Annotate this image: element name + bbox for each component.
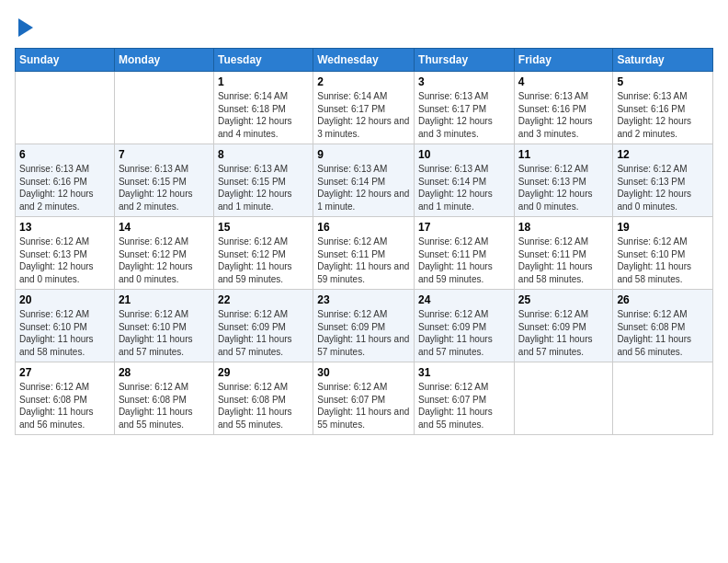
day-info: Sunrise: 6:13 AM Sunset: 6:16 PM Dayligh… <box>518 90 609 140</box>
day-number: 8 <box>218 148 309 161</box>
calendar-cell: 1Sunrise: 6:14 AM Sunset: 6:18 PM Daylig… <box>213 72 313 144</box>
day-number: 5 <box>617 75 709 88</box>
calendar-cell: 5Sunrise: 6:13 AM Sunset: 6:16 PM Daylig… <box>613 72 713 144</box>
calendar-cell: 4Sunrise: 6:13 AM Sunset: 6:16 PM Daylig… <box>514 72 613 144</box>
day-header-monday: Monday <box>114 49 213 72</box>
day-info: Sunrise: 6:12 AM Sunset: 6:13 PM Dayligh… <box>518 163 609 213</box>
calendar-cell: 13Sunrise: 6:12 AM Sunset: 6:13 PM Dayli… <box>16 217 115 290</box>
day-number: 1 <box>218 75 309 88</box>
day-number: 2 <box>317 75 410 88</box>
day-number: 14 <box>119 221 210 234</box>
calendar-cell: 29Sunrise: 6:12 AM Sunset: 6:08 PM Dayli… <box>213 362 313 435</box>
calendar-cell: 15Sunrise: 6:12 AM Sunset: 6:12 PM Dayli… <box>213 217 313 290</box>
day-number: 6 <box>19 148 110 161</box>
day-info: Sunrise: 6:13 AM Sunset: 6:15 PM Dayligh… <box>218 163 309 213</box>
day-number: 12 <box>617 148 709 161</box>
calendar-cell: 12Sunrise: 6:12 AM Sunset: 6:13 PM Dayli… <box>613 144 713 217</box>
day-info: Sunrise: 6:12 AM Sunset: 6:09 PM Dayligh… <box>418 308 510 358</box>
day-number: 24 <box>418 293 510 306</box>
calendar-cell <box>514 362 613 435</box>
day-number: 17 <box>418 221 510 234</box>
day-info: Sunrise: 6:12 AM Sunset: 6:08 PM Dayligh… <box>218 381 309 431</box>
day-info: Sunrise: 6:12 AM Sunset: 6:08 PM Dayligh… <box>617 308 709 358</box>
day-number: 20 <box>19 293 110 306</box>
calendar-cell: 7Sunrise: 6:13 AM Sunset: 6:15 PM Daylig… <box>114 144 213 217</box>
calendar-cell: 30Sunrise: 6:12 AM Sunset: 6:07 PM Dayli… <box>313 362 415 435</box>
day-info: Sunrise: 6:13 AM Sunset: 6:16 PM Dayligh… <box>617 90 709 140</box>
day-number: 3 <box>418 75 510 88</box>
calendar-cell: 22Sunrise: 6:12 AM Sunset: 6:09 PM Dayli… <box>213 290 313 362</box>
day-number: 15 <box>218 221 309 234</box>
day-info: Sunrise: 6:13 AM Sunset: 6:15 PM Dayligh… <box>119 163 210 213</box>
day-header-wednesday: Wednesday <box>313 49 415 72</box>
day-info: Sunrise: 6:12 AM Sunset: 6:11 PM Dayligh… <box>418 236 510 285</box>
day-number: 9 <box>317 148 410 161</box>
calendar-week-row: 1Sunrise: 6:14 AM Sunset: 6:18 PM Daylig… <box>16 72 713 144</box>
day-info: Sunrise: 6:12 AM Sunset: 6:13 PM Dayligh… <box>19 236 110 285</box>
day-number: 4 <box>518 75 609 88</box>
day-info: Sunrise: 6:13 AM Sunset: 6:14 PM Dayligh… <box>418 163 510 213</box>
calendar-cell: 8Sunrise: 6:13 AM Sunset: 6:15 PM Daylig… <box>213 144 313 217</box>
calendar-cell: 10Sunrise: 6:13 AM Sunset: 6:14 PM Dayli… <box>415 144 515 217</box>
calendar-cell: 11Sunrise: 6:12 AM Sunset: 6:13 PM Dayli… <box>514 144 613 217</box>
day-number: 27 <box>19 366 110 379</box>
day-info: Sunrise: 6:12 AM Sunset: 6:10 PM Dayligh… <box>119 308 210 358</box>
day-info: Sunrise: 6:12 AM Sunset: 6:09 PM Dayligh… <box>317 308 410 358</box>
calendar-cell: 31Sunrise: 6:12 AM Sunset: 6:07 PM Dayli… <box>415 362 515 435</box>
calendar-cell <box>613 362 713 435</box>
calendar-cell: 19Sunrise: 6:12 AM Sunset: 6:10 PM Dayli… <box>613 217 713 290</box>
calendar-cell: 21Sunrise: 6:12 AM Sunset: 6:10 PM Dayli… <box>114 290 213 362</box>
calendar-cell: 18Sunrise: 6:12 AM Sunset: 6:11 PM Dayli… <box>514 217 613 290</box>
day-info: Sunrise: 6:12 AM Sunset: 6:09 PM Dayligh… <box>518 308 609 358</box>
day-number: 10 <box>418 148 510 161</box>
day-info: Sunrise: 6:14 AM Sunset: 6:17 PM Dayligh… <box>317 90 410 140</box>
day-number: 26 <box>617 293 709 306</box>
day-number: 28 <box>119 366 210 379</box>
calendar-body: 1Sunrise: 6:14 AM Sunset: 6:18 PM Daylig… <box>16 72 713 435</box>
logo <box>15 15 33 37</box>
day-number: 21 <box>119 293 210 306</box>
day-info: Sunrise: 6:14 AM Sunset: 6:18 PM Dayligh… <box>218 90 309 140</box>
calendar-cell <box>16 72 115 144</box>
day-info: Sunrise: 6:12 AM Sunset: 6:12 PM Dayligh… <box>119 236 210 285</box>
day-number: 22 <box>218 293 309 306</box>
day-info: Sunrise: 6:13 AM Sunset: 6:14 PM Dayligh… <box>317 163 410 213</box>
calendar-table: SundayMondayTuesdayWednesdayThursdayFrid… <box>15 48 713 435</box>
calendar-week-row: 13Sunrise: 6:12 AM Sunset: 6:13 PM Dayli… <box>16 217 713 290</box>
day-number: 19 <box>617 221 709 234</box>
calendar-cell: 27Sunrise: 6:12 AM Sunset: 6:08 PM Dayli… <box>16 362 115 435</box>
day-header-saturday: Saturday <box>613 49 713 72</box>
day-header-friday: Friday <box>514 49 613 72</box>
day-info: Sunrise: 6:12 AM Sunset: 6:09 PM Dayligh… <box>218 308 309 358</box>
day-info: Sunrise: 6:12 AM Sunset: 6:10 PM Dayligh… <box>617 236 709 285</box>
day-number: 7 <box>119 148 210 161</box>
calendar-cell: 16Sunrise: 6:12 AM Sunset: 6:11 PM Dayli… <box>313 217 415 290</box>
day-info: Sunrise: 6:13 AM Sunset: 6:16 PM Dayligh… <box>19 163 110 213</box>
calendar-cell: 17Sunrise: 6:12 AM Sunset: 6:11 PM Dayli… <box>415 217 515 290</box>
calendar-cell: 6Sunrise: 6:13 AM Sunset: 6:16 PM Daylig… <box>16 144 115 217</box>
day-number: 16 <box>317 221 410 234</box>
day-number: 25 <box>518 293 609 306</box>
day-info: Sunrise: 6:12 AM Sunset: 6:08 PM Dayligh… <box>119 381 210 431</box>
calendar-cell: 26Sunrise: 6:12 AM Sunset: 6:08 PM Dayli… <box>613 290 713 362</box>
day-info: Sunrise: 6:12 AM Sunset: 6:11 PM Dayligh… <box>518 236 609 285</box>
day-number: 13 <box>19 221 110 234</box>
calendar-week-row: 20Sunrise: 6:12 AM Sunset: 6:10 PM Dayli… <box>16 290 713 362</box>
day-info: Sunrise: 6:13 AM Sunset: 6:17 PM Dayligh… <box>418 90 510 140</box>
day-info: Sunrise: 6:12 AM Sunset: 6:07 PM Dayligh… <box>317 381 410 431</box>
calendar-cell: 14Sunrise: 6:12 AM Sunset: 6:12 PM Dayli… <box>114 217 213 290</box>
logo-arrow-icon <box>18 18 33 37</box>
day-info: Sunrise: 6:12 AM Sunset: 6:13 PM Dayligh… <box>617 163 709 213</box>
calendar-cell <box>114 72 213 144</box>
day-info: Sunrise: 6:12 AM Sunset: 6:10 PM Dayligh… <box>19 308 110 358</box>
day-number: 11 <box>518 148 609 161</box>
calendar-cell: 3Sunrise: 6:13 AM Sunset: 6:17 PM Daylig… <box>415 72 515 144</box>
calendar-cell: 24Sunrise: 6:12 AM Sunset: 6:09 PM Dayli… <box>415 290 515 362</box>
day-info: Sunrise: 6:12 AM Sunset: 6:07 PM Dayligh… <box>418 381 510 431</box>
day-number: 30 <box>317 366 410 379</box>
calendar-cell: 25Sunrise: 6:12 AM Sunset: 6:09 PM Dayli… <box>514 290 613 362</box>
calendar-week-row: 6Sunrise: 6:13 AM Sunset: 6:16 PM Daylig… <box>16 144 713 217</box>
calendar-cell: 20Sunrise: 6:12 AM Sunset: 6:10 PM Dayli… <box>16 290 115 362</box>
day-number: 18 <box>518 221 609 234</box>
calendar-cell: 28Sunrise: 6:12 AM Sunset: 6:08 PM Dayli… <box>114 362 213 435</box>
